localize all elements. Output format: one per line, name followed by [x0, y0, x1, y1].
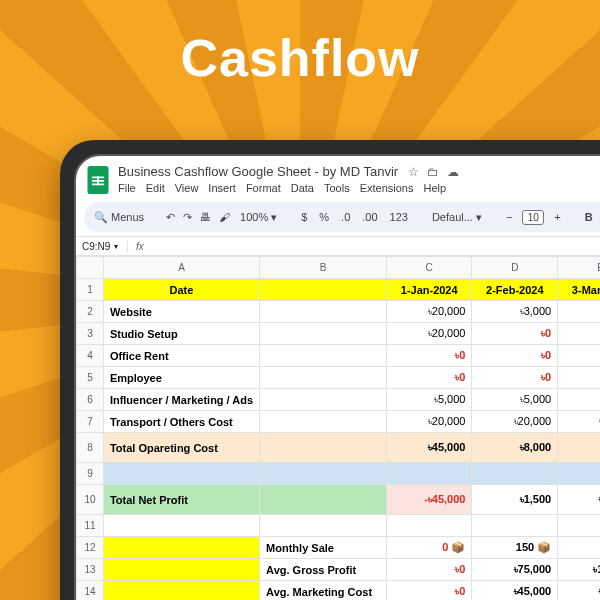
cell[interactable]: [103, 537, 259, 559]
move-icon[interactable]: 🗀: [427, 165, 439, 179]
print-icon[interactable]: 🖶: [200, 210, 211, 224]
cell[interactable]: ৳5,000: [472, 389, 558, 411]
cell[interactable]: [472, 463, 558, 485]
cell[interactable]: Studio Setup: [103, 323, 259, 345]
paint-format-icon[interactable]: 🖌: [219, 210, 230, 224]
col-header[interactable]: B: [260, 257, 387, 279]
col-header[interactable]: C: [386, 257, 472, 279]
cell[interactable]: [260, 411, 387, 433]
cell[interactable]: [103, 515, 259, 537]
cell[interactable]: ৳5,000: [558, 389, 600, 411]
cell[interactable]: 3-Mar-2024: [558, 279, 600, 301]
menu-file[interactable]: File: [118, 182, 136, 194]
menu-tools[interactable]: Tools: [324, 182, 350, 194]
row-header[interactable]: 5: [77, 367, 104, 389]
cell[interactable]: 2-Feb-2024: [472, 279, 558, 301]
menu-data[interactable]: Data: [291, 182, 314, 194]
menu-edit[interactable]: Edit: [146, 182, 165, 194]
cell[interactable]: ৳8,000: [558, 433, 600, 463]
cell[interactable]: Date: [103, 279, 259, 301]
menu-help[interactable]: Help: [423, 182, 446, 194]
cell[interactable]: [386, 515, 472, 537]
dec-decrease[interactable]: .0: [339, 211, 352, 223]
row-header[interactable]: 12: [77, 537, 104, 559]
row-header[interactable]: 3: [77, 323, 104, 345]
col-header[interactable]: D: [472, 257, 558, 279]
cell[interactable]: ৳0: [386, 345, 472, 367]
search-menus[interactable]: 🔍 Menus: [92, 210, 146, 224]
cell[interactable]: 150 📦: [472, 537, 558, 559]
cell[interactable]: Employee: [103, 367, 259, 389]
cell[interactable]: ৳3,000: [558, 301, 600, 323]
format-preset[interactable]: 123: [388, 211, 410, 223]
cell[interactable]: [386, 463, 472, 485]
format-percent[interactable]: %: [317, 211, 331, 223]
menu-insert[interactable]: Insert: [208, 182, 236, 194]
row-header[interactable]: 13: [77, 559, 104, 581]
cell[interactable]: [472, 515, 558, 537]
cell[interactable]: [260, 301, 387, 323]
cell[interactable]: [103, 581, 259, 601]
cell[interactable]: ৳5,000: [386, 389, 472, 411]
cell[interactable]: [558, 515, 600, 537]
cell[interactable]: Avg. Gross Profit: [260, 559, 387, 581]
cell[interactable]: ৳45,000: [472, 581, 558, 601]
cell[interactable]: ৳0: [558, 345, 600, 367]
cell[interactable]: Office Rent: [103, 345, 259, 367]
cell[interactable]: Monthly Sale: [260, 537, 387, 559]
cell[interactable]: [103, 463, 259, 485]
doc-title[interactable]: Business Cashflow Google Sheet - by MD T…: [118, 164, 398, 179]
cell[interactable]: ৳20,000: [386, 323, 472, 345]
row-header[interactable]: 8: [77, 433, 104, 463]
row-header[interactable]: 7: [77, 411, 104, 433]
cell[interactable]: ৳0: [472, 345, 558, 367]
dec-increase[interactable]: .00: [360, 211, 379, 223]
cell[interactable]: ৳20,000: [558, 411, 600, 433]
format-currency[interactable]: $: [299, 211, 309, 223]
cell[interactable]: ৳0: [386, 581, 472, 601]
select-all-corner[interactable]: [77, 257, 104, 279]
row-header[interactable]: 11: [77, 515, 104, 537]
cell[interactable]: ৳120,000: [558, 559, 600, 581]
cell[interactable]: [103, 559, 259, 581]
cell[interactable]: ৳0: [472, 367, 558, 389]
cell[interactable]: -৳45,000: [386, 485, 472, 515]
row-header[interactable]: 9: [77, 463, 104, 485]
cell[interactable]: [260, 389, 387, 411]
menu-extensions[interactable]: Extensions: [360, 182, 414, 194]
row-header[interactable]: 10: [77, 485, 104, 515]
font-size-dec[interactable]: −: [504, 211, 514, 223]
cell[interactable]: ৳20,000: [386, 301, 472, 323]
row-header[interactable]: 6: [77, 389, 104, 411]
col-header[interactable]: A: [103, 257, 259, 279]
cell[interactable]: [260, 485, 387, 515]
cell[interactable]: [260, 367, 387, 389]
row-header[interactable]: 2: [77, 301, 104, 323]
cell[interactable]: Influencer / Marketing / Ads: [103, 389, 259, 411]
cell[interactable]: ৳8,000: [472, 433, 558, 463]
cell[interactable]: ৳0: [558, 367, 600, 389]
cell[interactable]: ৳72,000: [558, 581, 600, 601]
row-header[interactable]: 14: [77, 581, 104, 601]
cell[interactable]: ৳0: [558, 323, 600, 345]
cell[interactable]: Avg. Marketing Cost: [260, 581, 387, 601]
cell[interactable]: 240 📦: [558, 537, 600, 559]
font-select[interactable]: Defaul... ▾: [430, 211, 484, 224]
redo-icon[interactable]: ↷: [183, 210, 192, 224]
menu-view[interactable]: View: [175, 182, 199, 194]
cell[interactable]: Total Opareting Cost: [103, 433, 259, 463]
bold-button[interactable]: B: [583, 211, 595, 223]
cloud-icon[interactable]: ☁: [447, 165, 459, 179]
cell[interactable]: 0 📦: [386, 537, 472, 559]
cell[interactable]: ৳45,000: [386, 433, 472, 463]
cell[interactable]: 1-Jan-2024: [386, 279, 472, 301]
row-header[interactable]: 4: [77, 345, 104, 367]
row-header[interactable]: 1: [77, 279, 104, 301]
spreadsheet-grid[interactable]: A B C D E 1 Date 1-Jan-2024 2-Feb-2024 3…: [76, 256, 600, 600]
undo-icon[interactable]: ↶: [166, 210, 175, 224]
cell[interactable]: ৳1,500: [472, 485, 558, 515]
cell[interactable]: ৳0: [386, 559, 472, 581]
cell[interactable]: [260, 323, 387, 345]
cell[interactable]: [260, 463, 387, 485]
cell[interactable]: ৳20,000: [472, 411, 558, 433]
